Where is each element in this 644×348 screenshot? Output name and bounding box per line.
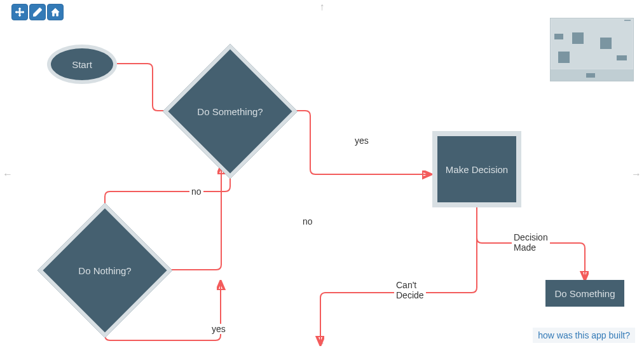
move-tool-button[interactable]	[11, 4, 28, 20]
edit-tool-button[interactable]	[29, 4, 46, 20]
node-start[interactable]: Start	[47, 45, 117, 84]
pencil-icon	[33, 8, 42, 17]
edge-label-cant-decide: Can't Decide	[394, 280, 426, 300]
node-do-something[interactable]: Do Something	[545, 280, 624, 307]
toolbar	[11, 4, 64, 20]
node-make-decision[interactable]: Make Decision	[432, 131, 521, 207]
node-label: Make Decision	[446, 164, 508, 175]
node-do-nothing-question[interactable]: Do Nothing?	[57, 223, 153, 318]
home-icon	[51, 8, 60, 17]
edge-label-no-1: no	[189, 186, 203, 197]
flowchart-canvas[interactable]: Start Do Something? Do Nothing? Make Dec…	[0, 0, 644, 348]
move-icon	[15, 8, 24, 17]
home-tool-button[interactable]	[47, 4, 64, 20]
node-label: Do Something	[554, 288, 615, 299]
minimap[interactable]	[550, 18, 634, 81]
node-do-something-question[interactable]: Do Something?	[182, 64, 278, 159]
how-built-link[interactable]: how was this app built?	[533, 328, 635, 343]
edge-label-yes-1: yes	[353, 136, 371, 146]
node-label: Start	[72, 59, 92, 70]
node-label: Do Nothing?	[78, 265, 131, 276]
node-label: Do Something?	[197, 106, 263, 117]
edge-label-no-2: no	[301, 216, 315, 226]
edge-label-decision-made: Decision Made	[512, 232, 550, 253]
edge-label-yes-2: yes	[210, 324, 228, 334]
